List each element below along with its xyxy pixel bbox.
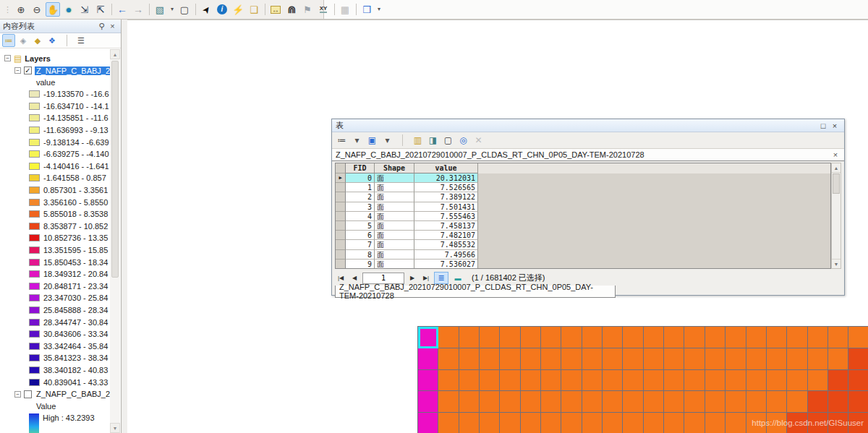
grid-cell[interactable]	[561, 370, 582, 392]
column-header-shape[interactable]: Shape	[375, 163, 414, 173]
grid-cell[interactable]	[561, 327, 582, 348]
grid-cell[interactable]	[438, 348, 459, 370]
grid-cell[interactable]	[438, 327, 459, 348]
row-selector[interactable]	[336, 202, 346, 212]
grid-cell[interactable]	[459, 413, 480, 433]
legend-swatch[interactable]	[29, 283, 40, 290]
grid-cell[interactable]	[480, 327, 500, 348]
grid-cell[interactable]	[541, 391, 561, 413]
cell-shape[interactable]: 面	[375, 183, 414, 192]
cell-value[interactable]: 7.555463	[414, 212, 478, 221]
column-header-value[interactable]: value	[414, 163, 478, 173]
grid-cell[interactable]	[603, 413, 623, 433]
table-tab-header[interactable]: Z_NAFP_C_BABJ_20210729010007_P_CLDAS_RT_…	[332, 148, 844, 161]
cell-fid[interactable]: 0	[346, 173, 375, 183]
find-icon[interactable]: ⋒	[284, 2, 299, 17]
identify-icon[interactable]: i	[215, 2, 229, 17]
grid-cell[interactable]	[644, 327, 664, 348]
fixed-zoom-out-icon[interactable]: ⇱	[93, 2, 108, 17]
cell-value[interactable]: 20.312031	[414, 173, 478, 183]
grid-cell[interactable]	[459, 348, 480, 370]
grid-cell[interactable]	[418, 348, 438, 370]
cell-value[interactable]: 7.485532	[414, 240, 478, 249]
layer2-checkbox[interactable]	[24, 390, 32, 398]
grid-cell[interactable]	[705, 348, 726, 370]
cell-fid[interactable]: 6	[346, 231, 375, 240]
grid-cell[interactable]	[500, 348, 520, 370]
grid-cell[interactable]	[787, 370, 807, 392]
collapse-icon[interactable]: −	[4, 55, 11, 61]
legend-swatch[interactable]	[29, 306, 40, 314]
legend-swatch[interactable]	[29, 343, 40, 350]
grid-cell[interactable]	[480, 370, 500, 392]
cell-shape[interactable]: 面	[375, 240, 414, 249]
cell-shape[interactable]: 面	[375, 173, 414, 183]
legend-swatch[interactable]	[29, 150, 40, 158]
table-row[interactable]: 9 面 7.536027	[336, 260, 830, 269]
grid-cell[interactable]	[521, 413, 541, 433]
grid-cell[interactable]	[726, 391, 746, 413]
grid-cell[interactable]	[438, 370, 459, 392]
scroll-thumb[interactable]	[833, 173, 840, 194]
list-by-drawing-order-icon[interactable]: ≔	[2, 34, 15, 47]
maximize-icon[interactable]: □	[817, 121, 829, 130]
table-row[interactable]: 7 面 7.485532	[336, 240, 830, 249]
grid-cell[interactable]	[664, 413, 684, 433]
grid-cell[interactable]	[582, 327, 603, 348]
column-header-fid[interactable]: FID	[346, 163, 375, 173]
table-row[interactable]: ▶ 0 面 20.312031	[336, 173, 830, 183]
scroll-down-icon[interactable]: ▾	[110, 423, 120, 433]
cell-fid[interactable]: 9	[346, 260, 375, 269]
cell-shape[interactable]: 面	[375, 202, 414, 212]
grid-cell[interactable]	[644, 370, 664, 392]
grid-cell[interactable]	[459, 391, 480, 413]
row-selector[interactable]	[336, 212, 346, 221]
collapse-icon[interactable]: −	[14, 391, 21, 398]
grid-cell[interactable]	[500, 370, 520, 392]
scroll-up-icon[interactable]: ▴	[110, 49, 120, 59]
cell-fid[interactable]: 2	[346, 192, 375, 202]
map-canvas[interactable]: https://blog.csdn.net/GISuuser 表 □ × ≔ ▾…	[127, 20, 868, 433]
grid-cell[interactable]	[848, 391, 868, 413]
grid-cell[interactable]	[644, 413, 664, 433]
grid-cell[interactable]	[828, 391, 848, 413]
grid-cell[interactable]	[767, 370, 787, 392]
row-selector[interactable]	[336, 192, 346, 202]
cell-value[interactable]: 7.49566	[414, 250, 478, 260]
grid-cell[interactable]	[541, 370, 561, 392]
cell-fid[interactable]: 4	[346, 212, 375, 221]
clear-selected-features-icon[interactable]: ▢	[177, 2, 192, 17]
grid-cell[interactable]	[500, 391, 520, 413]
legend-swatch[interactable]	[29, 210, 40, 218]
list-by-visibility-icon[interactable]: ◆	[31, 34, 44, 47]
cell-fid[interactable]: 1	[346, 183, 375, 192]
grid-cell[interactable]	[603, 327, 623, 348]
legend-swatch[interactable]	[29, 114, 40, 121]
legend-swatch[interactable]	[29, 103, 40, 110]
full-extent-icon[interactable]: ●	[61, 2, 76, 17]
table-row[interactable]: 6 面 7.482107	[336, 231, 830, 240]
table-row[interactable]: 1 面 7.526565	[336, 183, 830, 192]
grid-cell[interactable]	[767, 348, 787, 370]
row-selector[interactable]: ▶	[336, 173, 346, 183]
select-by-attributes-icon[interactable]: ▥	[411, 134, 425, 147]
list-by-selection-icon[interactable]: ❖	[46, 34, 59, 47]
toc-options-icon[interactable]: ☰	[75, 34, 88, 47]
row-selector[interactable]	[336, 221, 346, 231]
grid-cell[interactable]	[561, 413, 582, 433]
grid-cell[interactable]	[808, 391, 828, 413]
cell-value[interactable]: 7.501431	[414, 202, 478, 212]
toc-scrollbar[interactable]: ▴ ▾	[110, 49, 120, 433]
grid-cell[interactable]	[582, 391, 603, 413]
grid-cell[interactable]	[684, 327, 705, 348]
grid-cell[interactable]	[746, 391, 767, 413]
select-features-icon[interactable]: ▧	[153, 2, 167, 17]
grid-cell[interactable]	[787, 348, 807, 370]
toolbar-options-icon[interactable]: ▾	[375, 2, 383, 17]
zoom-in-icon[interactable]: ⊕	[14, 2, 28, 17]
table-bottom-tab[interactable]: Z_NAFP_C_BABJ_20210729010007_P_CLDAS_RT_…	[335, 286, 616, 298]
table-row[interactable]: 2 面 7.389122	[336, 192, 830, 202]
grid-cell[interactable]	[808, 327, 828, 348]
pan-icon[interactable]: ✋	[46, 2, 60, 17]
grid-cell[interactable]	[828, 348, 848, 370]
